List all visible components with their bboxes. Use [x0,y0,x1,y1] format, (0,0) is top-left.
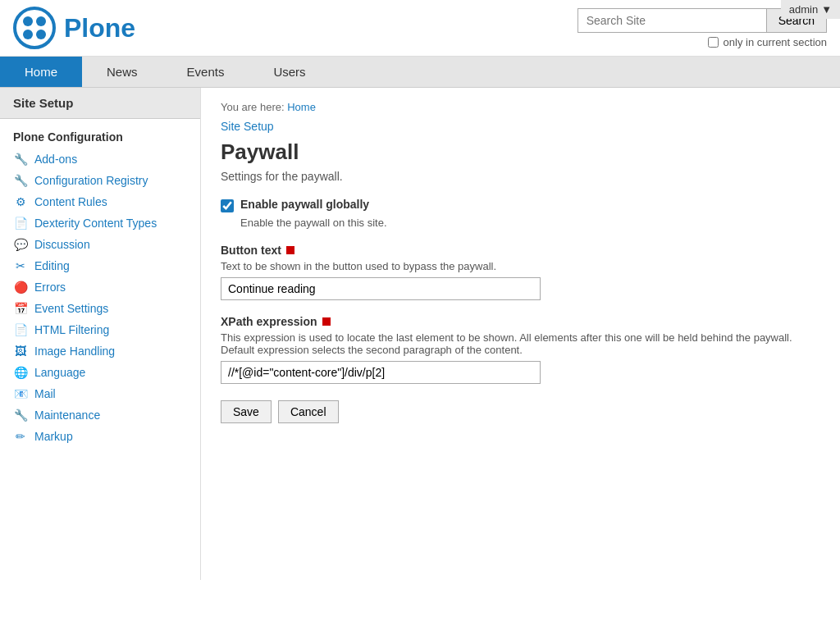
breadcrumb: You are here: Home [221,101,820,113]
breadcrumb-home[interactable]: Home [287,101,316,113]
svg-point-3 [23,30,33,39]
sidebar-item-html-filtering[interactable]: 📄HTML Filtering [0,319,200,340]
sidebar-icon: 🔴 [13,281,28,294]
sidebar-item-maintenance[interactable]: 🔧Maintenance [0,404,200,426]
sidebar-icon: 💬 [13,238,28,251]
button-text-required [286,246,294,254]
nav-item-events[interactable]: Events [162,57,249,87]
sidebar-item-language[interactable]: 🌐Language [0,362,200,383]
xpath-label-row: XPath expression [221,315,820,328]
site-setup-anchor[interactable]: Site Setup [221,120,274,133]
xpath-label: XPath expression [221,315,317,328]
sidebar-icon: 🔧 [13,409,28,422]
sidebar-item-label: Add-ons [34,153,77,166]
sidebar-icon: ✂ [13,259,28,272]
sidebar-icon: 🔧 [13,174,28,187]
enable-paywall-desc-container: Enable the paywall on this site. [221,216,820,229]
sidebar-icon: 📧 [13,387,28,400]
admin-bar[interactable]: admin ▼ [781,0,840,19]
button-text-label: Button text [221,244,281,257]
nav-item-users[interactable]: Users [249,57,330,87]
nav-item-news[interactable]: News [82,57,162,87]
xpath-desc: This expression is used to locate the la… [221,331,820,356]
page-subtitle: Settings for the paywall. [221,170,820,183]
sidebar-item-content-rules[interactable]: ⚙Content Rules [0,191,200,212]
header: Plone Search only in current section [0,0,840,57]
enable-paywall-label: Enable paywall globally [240,198,369,211]
xpath-input[interactable] [221,361,541,384]
sidebar-item-label: Mail [34,387,56,400]
button-text-field: Button text Text to be shown in the butt… [221,244,820,300]
sidebar-item-errors[interactable]: 🔴Errors [0,276,200,298]
xpath-field: XPath expression This expression is used… [221,315,820,384]
admin-dropdown-icon: ▼ [821,3,832,16]
button-text-desc: Text to be shown in the button used to b… [221,260,820,272]
form-buttons: Save Cancel [221,400,820,423]
sidebar-item-discussion[interactable]: 💬Discussion [0,234,200,255]
enable-checkbox-row: Enable paywall globally [221,198,820,212]
sidebar: Site Setup Plone Configuration 🔧Add-ons🔧… [0,88,201,580]
layout: Site Setup Plone Configuration 🔧Add-ons🔧… [0,88,840,580]
button-text-input[interactable] [221,277,541,300]
sidebar-icon: 📄 [13,323,28,336]
sidebar-item-label: Content Rules [34,195,107,208]
sidebar-item-label: Errors [34,281,66,294]
admin-label: admin [789,3,818,16]
plone-logo-icon [13,7,56,49]
sidebar-icon: 🔧 [13,153,28,166]
logo-text: Plone [64,13,135,43]
sidebar-item-label: Discussion [34,238,90,251]
sidebar-icon: 🌐 [13,366,28,379]
sidebar-icon: 🖼 [13,345,28,358]
sidebar-icon: ✏ [13,430,28,443]
breadcrumb-prefix: You are here: [221,101,285,113]
sidebar-item-label: Configuration Registry [34,174,148,187]
enable-paywall-field: Enable paywall globally Enable the paywa… [221,198,820,229]
sidebar-item-label: HTML Filtering [34,323,109,336]
svg-point-0 [15,8,54,48]
only-current-checkbox[interactable] [708,37,719,48]
enable-paywall-checkbox[interactable] [221,199,234,212]
logo: Plone [13,7,135,49]
button-text-label-row: Button text [221,244,820,257]
xpath-required [322,317,331,326]
sidebar-icon: ⚙ [13,195,28,208]
page-title: Paywall [221,139,820,165]
svg-point-1 [23,16,33,26]
save-button[interactable]: Save [221,400,272,423]
site-setup-link: Site Setup [221,120,820,133]
sidebar-item-label: Language [34,366,85,379]
sidebar-item-add-ons[interactable]: 🔧Add-ons [0,148,200,170]
nav: HomeNewsEventsUsers [0,57,840,88]
sidebar-item-dexterity-content-types[interactable]: 📄Dexterity Content Types [0,212,200,234]
sidebar-section-title: Plone Configuration [0,119,200,148]
sidebar-item-label: Image Handling [34,345,115,358]
nav-item-home[interactable]: Home [0,57,82,87]
sidebar-item-editing[interactable]: ✂Editing [0,255,200,276]
sidebar-icon: 📄 [13,217,28,230]
sidebar-title: Site Setup [0,88,200,119]
cancel-button[interactable]: Cancel [278,400,339,423]
svg-point-2 [36,16,46,26]
only-current-section: only in current section [708,36,827,48]
sidebar-item-markup[interactable]: ✏Markup [0,426,200,447]
sidebar-item-label: Editing [34,259,70,272]
svg-point-4 [36,30,46,39]
sidebar-items: 🔧Add-ons🔧Configuration Registry⚙Content … [0,148,200,447]
main-content: You are here: Home Site Setup Paywall Se… [201,88,840,580]
sidebar-item-label: Maintenance [34,409,100,422]
sidebar-item-configuration-registry[interactable]: 🔧Configuration Registry [0,170,200,191]
sidebar-item-label: Markup [34,430,73,443]
sidebar-icon: 📅 [13,302,28,315]
sidebar-item-event-settings[interactable]: 📅Event Settings [0,298,200,319]
sidebar-item-mail[interactable]: 📧Mail [0,383,200,404]
enable-paywall-desc: Enable the paywall on this site. [240,217,387,229]
sidebar-item-label: Dexterity Content Types [34,217,157,230]
only-current-label: only in current section [724,36,827,48]
sidebar-item-image-handling[interactable]: 🖼Image Handling [0,340,200,362]
sidebar-item-label: Event Settings [34,302,108,315]
search-input[interactable] [578,8,766,33]
